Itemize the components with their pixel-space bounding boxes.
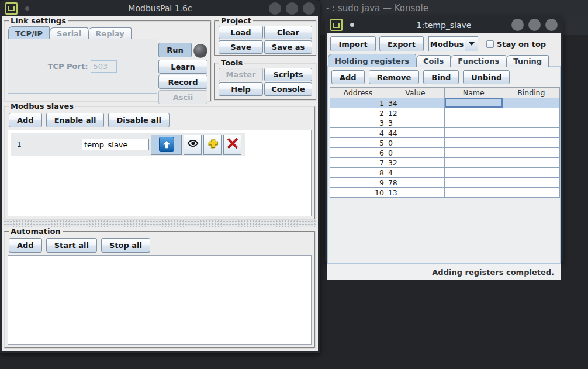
import-button[interactable]: Import (330, 36, 376, 51)
name-header[interactable]: Name (444, 88, 503, 98)
register-bind-button[interactable]: Bind (423, 70, 459, 84)
name-cell[interactable] (444, 98, 503, 108)
value-cell[interactable]: 12 (386, 108, 444, 118)
value-cell[interactable]: 3 (386, 118, 444, 128)
register-row[interactable]: 444 (330, 128, 560, 138)
binding-cell[interactable] (503, 158, 559, 168)
start-all-button[interactable]: Start all (46, 238, 97, 253)
register-row[interactable]: 84 (330, 168, 560, 178)
binding-header[interactable]: Binding (503, 88, 559, 98)
tab-holding-registers[interactable]: Holding registers (328, 54, 416, 67)
dialog-menu-icon[interactable] (330, 19, 343, 31)
modbuspal-titlebar[interactable]: ModbusPal 1.6c (0, 0, 320, 16)
slave-name-field[interactable] (82, 139, 149, 150)
automation-add-button[interactable]: Add (9, 238, 42, 253)
value-cell[interactable]: 44 (386, 128, 444, 138)
help-button[interactable]: Help (219, 82, 263, 96)
address-cell[interactable]: 2 (330, 108, 386, 118)
value-header[interactable]: Value (386, 88, 444, 98)
dialog-titlebar[interactable]: 1:temp_slave (325, 16, 563, 33)
address-cell[interactable]: 10 (330, 188, 386, 198)
register-row[interactable]: 33 (330, 118, 560, 128)
stay-on-top-checkbox[interactable] (486, 40, 494, 48)
name-cell[interactable] (444, 188, 503, 198)
load-button[interactable]: Load (219, 26, 263, 39)
register-row[interactable]: 212 (330, 108, 560, 118)
tab-tcpip[interactable]: TCP/IP (8, 26, 50, 39)
register-row[interactable]: 978 (330, 178, 560, 188)
split-divider[interactable] (4, 220, 316, 227)
combo-down-arrow-icon[interactable] (465, 36, 478, 51)
address-cell[interactable]: 6 (330, 148, 386, 158)
dialog-close-button[interactable] (545, 19, 558, 31)
value-cell[interactable]: 4 (386, 168, 444, 178)
tcp-port-field[interactable] (91, 60, 117, 73)
value-cell[interactable]: 34 (386, 98, 444, 108)
name-cell[interactable] (444, 158, 503, 168)
console-button[interactable]: Console (264, 82, 312, 96)
window-menu-icon[interactable] (5, 2, 18, 15)
binding-cell[interactable] (503, 148, 559, 158)
address-cell[interactable]: 3 (330, 118, 386, 128)
register-row[interactable]: 134 (330, 98, 560, 108)
address-cell[interactable]: 5 (330, 138, 386, 148)
dialog-maximize-button[interactable] (528, 19, 541, 31)
save-as-button[interactable]: Save as (264, 40, 312, 54)
name-cell[interactable] (444, 138, 503, 148)
name-cell[interactable] (444, 128, 503, 138)
value-cell[interactable]: 13 (386, 188, 444, 198)
konsole-titlebar[interactable]: - : sudo java — Konsole (320, 0, 588, 16)
record-button[interactable]: Record (158, 75, 207, 89)
address-cell[interactable]: 7 (330, 158, 386, 168)
address-cell[interactable]: 1 (330, 98, 386, 108)
slave-view-button[interactable] (184, 135, 202, 155)
register-remove-button[interactable]: Remove (369, 70, 420, 84)
tab-serial[interactable]: Serial (50, 27, 88, 39)
clear-button[interactable]: Clear (264, 26, 312, 39)
export-button[interactable]: Export (379, 36, 424, 51)
binding-cell[interactable] (503, 118, 559, 128)
address-cell[interactable]: 8 (330, 168, 386, 178)
register-row[interactable]: 1013 (330, 188, 560, 198)
slave-enabled-toggle[interactable] (151, 135, 182, 155)
address-cell[interactable]: 9 (330, 178, 386, 188)
value-cell[interactable]: 0 (386, 138, 444, 148)
register-add-button[interactable]: Add (331, 70, 365, 84)
binding-cell[interactable] (503, 128, 559, 138)
register-row[interactable]: 50 (330, 138, 560, 148)
name-cell[interactable] (444, 178, 503, 188)
value-cell[interactable]: 0 (386, 148, 444, 158)
tab-replay[interactable]: Replay (88, 27, 131, 39)
value-cell[interactable]: 78 (386, 178, 444, 188)
close-button[interactable] (303, 2, 315, 15)
register-row[interactable]: 60 (330, 148, 560, 158)
binding-cell[interactable] (503, 168, 559, 178)
save-button[interactable]: Save (219, 40, 263, 54)
name-cell[interactable] (444, 118, 503, 128)
enable-all-button[interactable]: Enable all (46, 113, 105, 127)
stop-all-button[interactable]: Stop all (101, 238, 150, 253)
name-cell[interactable] (444, 148, 503, 158)
tab-coils[interactable]: Coils (416, 55, 451, 67)
binding-cell[interactable] (503, 108, 559, 118)
tab-functions[interactable]: Functions (451, 55, 506, 67)
disable-all-button[interactable]: Disable all (108, 113, 170, 127)
address-cell[interactable]: 4 (330, 128, 386, 138)
maximize-button[interactable] (286, 2, 298, 15)
binding-cell[interactable] (503, 188, 559, 198)
binding-cell[interactable] (503, 178, 559, 188)
learn-button[interactable]: Learn (158, 60, 207, 74)
register-unbind-button[interactable]: Unbind (463, 70, 510, 84)
binding-cell[interactable] (503, 138, 559, 148)
binding-cell[interactable] (503, 98, 559, 108)
name-cell[interactable] (444, 168, 503, 178)
scripts-button[interactable]: Scripts (264, 68, 312, 81)
register-row[interactable]: 732 (330, 158, 560, 168)
name-cell[interactable] (444, 108, 503, 118)
slave-delete-button[interactable] (223, 135, 241, 155)
slave-add-automation-button[interactable] (203, 135, 222, 155)
value-cell[interactable]: 32 (386, 158, 444, 168)
address-header[interactable]: Address (330, 88, 386, 98)
tab-tuning[interactable]: Tuning (506, 55, 549, 67)
protocol-combo[interactable]: Modbus (428, 36, 478, 51)
